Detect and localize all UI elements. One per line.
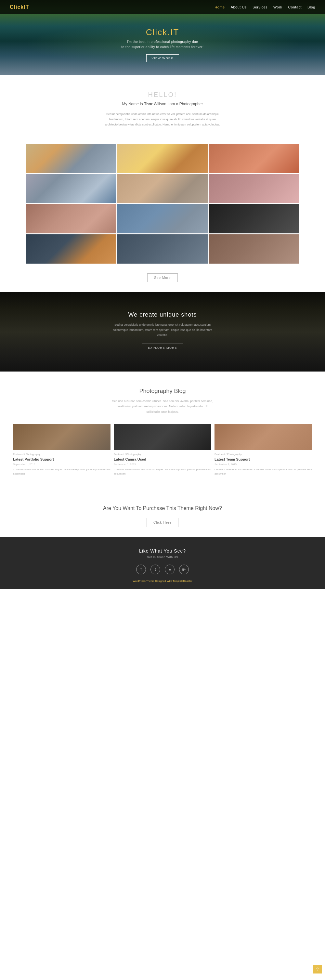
blog-card-3-image-area[interactable] (215, 424, 312, 450)
dark-band-content: We create unique shots Sed ut perspiciat… (107, 312, 218, 352)
hero-subtitle-line2: to the superior ability to catch life mo… (121, 45, 204, 49)
footer: Like What You See? Get In Touch With US … (0, 537, 325, 589)
blog-card-2-category: Featured / Photography (114, 453, 211, 456)
blog-intro: Sed non arcu non sem comdo ultrices. Sed… (110, 398, 215, 414)
gallery-item[interactable] (117, 174, 208, 203)
gallery-image-3 (209, 144, 299, 173)
gallery-section (0, 140, 325, 264)
gallery-item[interactable] (26, 144, 116, 173)
blog-card-1-image (13, 424, 110, 450)
gallery-item[interactable] (117, 234, 208, 264)
hero-cta-button[interactable]: VIEW WORK (146, 54, 179, 62)
nav-menu: Home About Us Services Work Contact Blog (215, 5, 315, 9)
logo-accent: IT (24, 4, 29, 10)
gallery-item[interactable] (26, 174, 116, 203)
blog-heading: Photography Blog (6, 388, 319, 395)
blog-card-3-excerpt: Curabitur bibendum mi sed moncus aliquet… (215, 468, 312, 476)
gallery-image-6 (209, 174, 299, 203)
dark-band-section: We create unique shots Sed ut perspiciat… (0, 292, 325, 372)
blog-section: Photography Blog Sed non arcu non sem co… (0, 372, 325, 489)
blog-card-2-date: September 1, 2015 (114, 463, 211, 466)
blog-card-3: Featured / Photography Latest Team Suppo… (215, 424, 312, 476)
gallery-image-1 (26, 144, 116, 173)
blog-grid: Featured / Photography Latest Portfolio … (6, 424, 319, 476)
see-more-wrapper: See More (0, 264, 325, 292)
facebook-icon[interactable]: f (136, 565, 146, 574)
hero-title-normal: Click. (146, 27, 170, 37)
gallery-image-2 (117, 144, 208, 173)
cta-title: Are You Want To Purchase This Theme Righ… (6, 506, 319, 511)
footer-bottom-text: WordPress Theme Designed With TemplateRo… (6, 579, 319, 582)
blog-card-1-image-area[interactable] (13, 424, 110, 450)
blog-card-1-title[interactable]: Latest Portfolio Support (13, 457, 110, 461)
hello-heading: HELLO! (6, 91, 319, 99)
gallery-image-5 (117, 174, 208, 203)
twitter-icon[interactable]: t (150, 565, 160, 574)
blog-card-3-date: September 1, 2015 (215, 463, 312, 466)
gallery-item[interactable] (209, 234, 299, 264)
gallery-item[interactable] (209, 204, 299, 233)
explore-more-button[interactable]: Explore More (142, 344, 183, 352)
gallery-item[interactable] (209, 174, 299, 203)
blog-card-2-image-area[interactable] (114, 424, 211, 450)
blog-card-3-category: Featured / Photography (215, 453, 312, 456)
gallery-item[interactable] (26, 204, 116, 233)
blog-card-2: Featured / Photography Latest Camra Used… (114, 424, 211, 476)
gallery-grid (13, 144, 312, 264)
gallery-item[interactable] (26, 234, 116, 264)
blog-card-2-excerpt: Curabitur bibendum mi sed moncus aliquet… (114, 468, 211, 476)
nav-home[interactable]: Home (215, 5, 225, 9)
blog-card-3-title[interactable]: Latest Team Support (215, 457, 312, 461)
nav-contact[interactable]: Contact (288, 5, 302, 9)
cta-section: Are You Want To Purchase This Theme Righ… (0, 489, 325, 537)
photographer-name: Thor (144, 102, 153, 106)
hero-subtitle-line1: I'm the best in professional photography… (127, 40, 198, 43)
footer-credits: WordPress Theme Designed With TemplateRo… (132, 579, 192, 582)
nav-work[interactable]: Work (273, 5, 282, 9)
hero-content: Click.IT I'm the best in professional ph… (121, 27, 204, 62)
blog-card-3-image (215, 424, 312, 450)
see-more-button[interactable]: See More (147, 274, 177, 282)
gallery-image-11 (117, 234, 208, 264)
googleplus-icon[interactable]: g+ (179, 565, 189, 574)
logo-text: Click (10, 4, 24, 10)
dark-band-title: We create unique shots (107, 312, 218, 318)
blog-card-1: Featured / Photography Latest Portfolio … (13, 424, 110, 476)
blog-card-1-category: Featured / Photography (13, 453, 110, 456)
footer-subtitle: Get In Touch With US (6, 555, 319, 559)
dark-band-body: Sed ut perspiciatis unde omnis iste natu… (107, 322, 218, 338)
nav-blog[interactable]: Blog (307, 5, 315, 9)
social-icons-row: f t in g+ (6, 565, 319, 574)
gallery-item[interactable] (117, 144, 208, 173)
blog-header: Photography Blog Sed non arcu non sem co… (6, 388, 319, 414)
blog-card-2-title[interactable]: Latest Camra Used (114, 457, 211, 461)
hello-body: Sed ut perspiciatis unde omnis iste natu… (104, 111, 221, 127)
nav-services[interactable]: Services (253, 5, 268, 9)
gallery-image-7 (26, 204, 116, 233)
gallery-image-8 (117, 204, 208, 233)
blog-card-1-excerpt: Curabitur bibendum mi sed moncus aliquet… (13, 468, 110, 476)
hello-section: HELLO! My Name Is Thor Willson.I am a Ph… (0, 75, 325, 140)
linkedin-icon[interactable]: in (165, 565, 175, 574)
gallery-image-12 (209, 234, 299, 264)
cta-button[interactable]: Click Here (147, 518, 178, 527)
site-logo[interactable]: ClickIT (10, 4, 29, 10)
blog-card-2-image (114, 424, 211, 450)
hero-title-accent: IT (170, 27, 179, 37)
navbar: ClickIT Home About Us Services Work Cont… (0, 0, 325, 14)
hello-intro: My Name Is Thor Willson.I am a Photograp… (6, 102, 319, 106)
nav-about[interactable]: About Us (231, 5, 247, 9)
gallery-item[interactable] (209, 144, 299, 173)
blog-card-1-date: September 1, 2015 (13, 463, 110, 466)
gallery-image-10 (26, 234, 116, 264)
gallery-item[interactable] (117, 204, 208, 233)
hero-title: Click.IT (121, 27, 204, 37)
footer-title: Like What You See? (6, 548, 319, 554)
gallery-image-9 (209, 204, 299, 233)
gallery-image-4 (26, 174, 116, 203)
hero-subtitle: I'm the best in professional photography… (121, 39, 204, 50)
